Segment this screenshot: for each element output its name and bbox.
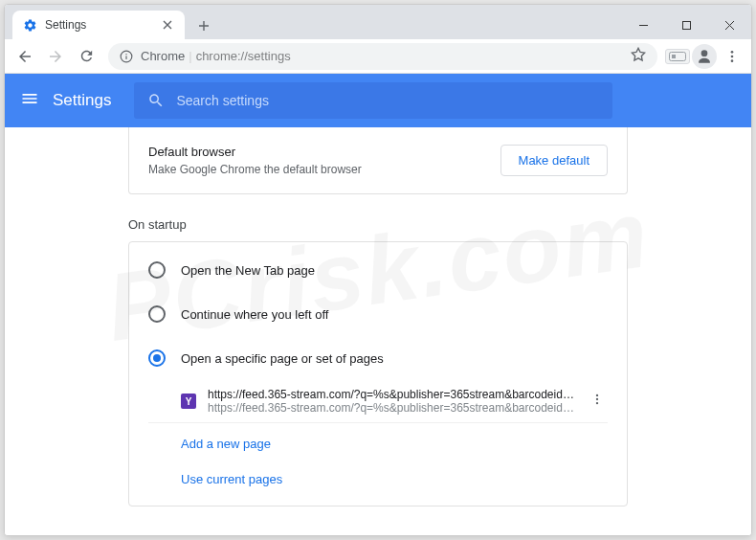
address-bar[interactable]: Chrome | chrome://settings (108, 43, 657, 70)
default-browser-card: Default browser Make Google Chrome the d… (128, 127, 628, 194)
close-icon[interactable] (160, 17, 175, 33)
browser-toolbar: Chrome | chrome://settings (5, 39, 751, 74)
new-tab-button[interactable] (190, 12, 217, 39)
svg-point-2 (125, 53, 126, 54)
make-default-button[interactable]: Make default (500, 145, 608, 176)
extension-badge[interactable] (665, 49, 690, 64)
advanced-toggle[interactable]: Advanced (5, 506, 751, 535)
startup-page-url: https://feed.365-stream.com/?q=%s&publis… (208, 388, 575, 401)
search-icon (147, 92, 165, 109)
maximize-button[interactable] (665, 11, 708, 39)
radio-checked-icon (148, 349, 166, 367)
svg-rect-3 (125, 56, 126, 59)
bookmark-star-icon[interactable] (631, 47, 646, 66)
profile-avatar-icon[interactable] (692, 44, 717, 69)
add-new-page-link[interactable]: Add a new page (148, 423, 608, 464)
svg-point-6 (701, 50, 708, 56)
settings-title: Settings (53, 91, 111, 110)
svg-rect-5 (672, 55, 676, 58)
settings-content[interactable]: Default browser Make Google Chrome the d… (5, 127, 751, 535)
settings-gear-icon (22, 17, 37, 33)
default-browser-title: Default browser (148, 145, 362, 159)
startup-page-entry: Y https://feed.365-stream.com/?q=%s&publ… (148, 380, 608, 423)
default-browser-subtitle: Make Google Chrome the default browser (148, 163, 362, 176)
forward-button[interactable] (41, 42, 70, 71)
minimize-button[interactable] (622, 11, 665, 39)
radio-continue[interactable]: Continue where you left off (148, 292, 608, 336)
svg-rect-0 (683, 21, 691, 29)
svg-point-10 (596, 394, 598, 396)
browser-titlebar: Settings (5, 5, 751, 39)
svg-point-8 (731, 55, 734, 57)
info-icon (120, 50, 133, 63)
svg-point-11 (596, 398, 598, 400)
on-startup-label: On startup (128, 217, 628, 232)
tab-title: Settings (45, 18, 160, 32)
search-settings-box[interactable] (134, 82, 612, 119)
svg-point-12 (596, 402, 598, 404)
svg-point-9 (731, 59, 734, 62)
yahoo-favicon-icon: Y (181, 394, 196, 409)
startup-page-url-secondary: https://feed.365-stream.com/?q=%s&publis… (208, 401, 575, 415)
page-more-menu-icon[interactable] (587, 393, 608, 410)
on-startup-card: Open the New Tab page Continue where you… (128, 241, 628, 506)
radio-specific-page[interactable]: Open a specific page or set of pages (148, 336, 608, 380)
search-settings-input[interactable] (176, 93, 599, 108)
reload-button[interactable] (72, 42, 100, 71)
chrome-menu-icon[interactable] (719, 43, 745, 70)
close-window-button[interactable] (708, 11, 751, 39)
browser-tab[interactable]: Settings (12, 11, 185, 39)
radio-icon (148, 261, 166, 279)
settings-header: Settings (5, 74, 751, 127)
back-button[interactable] (11, 42, 39, 71)
use-current-pages-link[interactable]: Use current pages (148, 464, 608, 500)
svg-point-7 (731, 51, 734, 54)
radio-icon (148, 305, 166, 323)
hamburger-menu-icon[interactable] (20, 89, 39, 112)
radio-new-tab[interactable]: Open the New Tab page (148, 248, 608, 292)
